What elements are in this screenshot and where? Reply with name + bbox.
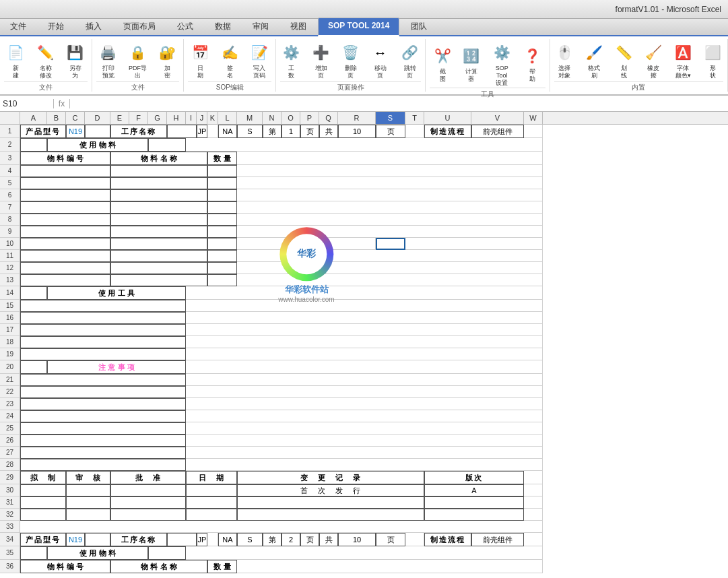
cell-r31-C-D[interactable] bbox=[66, 496, 110, 509]
cell-r9-K-L[interactable] bbox=[207, 226, 237, 238]
cell-r1-E-G[interactable]: 工序名称 bbox=[110, 125, 167, 138]
row-header-13[interactable]: 13 bbox=[0, 274, 20, 286]
ribbon-btn-跳转页[interactable]: 🔗跳转页 bbox=[397, 40, 424, 81]
cell-r10-M-R[interactable] bbox=[237, 238, 376, 250]
cell-r32-I-L[interactable] bbox=[186, 509, 237, 521]
col-header-N[interactable]: N bbox=[263, 112, 282, 124]
col-header-I[interactable]: I bbox=[186, 112, 197, 124]
row-header-2[interactable]: 2 bbox=[0, 138, 20, 152]
cell-r8-M-W[interactable] bbox=[237, 214, 543, 226]
cell-r22-A-H[interactable] bbox=[20, 386, 186, 398]
ribbon-btn-名称修改[interactable]: ✏️名称修改 bbox=[32, 40, 59, 81]
ribbon-btn-删除页[interactable]: 🗑️删除页 bbox=[337, 40, 364, 81]
cell-r3-E-J[interactable]: 物 料 名 称 bbox=[110, 152, 207, 165]
cell-r10-S[interactable] bbox=[376, 238, 405, 250]
cell-r1-H-I[interactable] bbox=[167, 125, 197, 138]
col-header-Q[interactable]: Q bbox=[319, 112, 338, 124]
cell-r34-O[interactable]: 2 bbox=[282, 533, 300, 546]
row-header-1[interactable]: 1 bbox=[0, 125, 20, 138]
cell-r34-A-B[interactable]: 产品型号 bbox=[20, 533, 66, 546]
row-header-4[interactable]: 4 bbox=[0, 165, 20, 177]
cell-r33-A-W[interactable] bbox=[20, 521, 543, 533]
cell-r9-A-D[interactable] bbox=[20, 226, 110, 238]
cell-r27-I-W[interactable] bbox=[186, 447, 543, 459]
ribbon-btn-另存为[interactable]: 💾另存为 bbox=[62, 40, 89, 81]
cell-r34-H-I[interactable] bbox=[167, 533, 197, 546]
cell-r34-S[interactable]: 页 bbox=[376, 533, 405, 546]
cell-r1-J[interactable]: JP bbox=[197, 125, 207, 138]
cell-r1-L[interactable]: NA bbox=[218, 125, 237, 138]
row-header-27[interactable]: 27 bbox=[0, 447, 20, 459]
ribbon-btn-打印预览[interactable]: 🖨️打印预览 bbox=[95, 40, 122, 81]
cell-r35-B-F[interactable]: 使 用 物 料 bbox=[47, 546, 148, 560]
cell-r29-M-T[interactable]: 变 更 记 录 bbox=[237, 471, 424, 484]
cell-r1-O[interactable]: 1 bbox=[282, 125, 300, 138]
cell-r34-R[interactable]: 10 bbox=[338, 533, 376, 546]
tab-审阅[interactable]: 审阅 bbox=[242, 18, 279, 35]
ribbon-btn-移动页[interactable]: ↔️移动页 bbox=[367, 40, 394, 81]
cell-r35-A[interactable] bbox=[20, 546, 47, 560]
row-header-6[interactable]: 6 bbox=[0, 189, 20, 201]
cell-r4-K-L[interactable] bbox=[207, 165, 237, 177]
tab-视图[interactable]: 视图 bbox=[280, 18, 317, 35]
tab-插入[interactable]: 插入 bbox=[75, 18, 112, 35]
cell-r24-A-H[interactable] bbox=[20, 410, 186, 422]
tab-文件[interactable]: 文件 bbox=[0, 18, 36, 35]
cell-r34-D[interactable] bbox=[85, 533, 110, 546]
cell-r29-A-B[interactable]: 拟 制 bbox=[20, 471, 66, 484]
cell-r34-M[interactable]: S bbox=[237, 533, 263, 546]
cell-r10-E-J[interactable] bbox=[110, 238, 207, 250]
cell-r31-A-B[interactable] bbox=[20, 496, 66, 509]
col-header-L[interactable]: L bbox=[218, 112, 237, 124]
cell-r11-K-L[interactable] bbox=[207, 250, 237, 262]
row-header-5[interactable]: 5 bbox=[0, 177, 20, 189]
row-header-16[interactable]: 16 bbox=[0, 312, 20, 324]
cell-r32-W[interactable] bbox=[524, 509, 543, 521]
cell-r21-A-H[interactable] bbox=[20, 374, 186, 386]
cell-reference[interactable]: S10 bbox=[0, 99, 54, 108]
cell-r1-U[interactable]: 制造流程 bbox=[424, 125, 471, 138]
cell-r1-R[interactable]: 10 bbox=[338, 125, 376, 138]
ribbon-btn-形状[interactable]: ⬜形状 bbox=[699, 40, 726, 81]
ribbon-btn-加密[interactable]: 🔐加密 bbox=[154, 40, 181, 81]
cell-r36-E-J[interactable]: 物 料 名 称 bbox=[110, 560, 207, 573]
tab-公式[interactable]: 公式 bbox=[167, 18, 203, 35]
col-header-U[interactable]: U bbox=[424, 112, 471, 124]
cell-r29-C-D[interactable]: 审 核 bbox=[66, 471, 110, 484]
col-header-M[interactable]: M bbox=[237, 112, 263, 124]
row-header-9[interactable]: 9 bbox=[0, 226, 20, 238]
cell-r34-L[interactable]: NA bbox=[218, 533, 237, 546]
cell-r20-B-H[interactable]: 注 意 事 项 bbox=[47, 360, 186, 374]
cell-r31-E-H[interactable] bbox=[110, 496, 186, 509]
col-header-O[interactable]: O bbox=[282, 112, 300, 124]
cell-r34-C[interactable]: N19 bbox=[66, 533, 85, 546]
tab-SOP TOOL 2014[interactable]: SOP TOOL 2014 bbox=[318, 18, 399, 36]
ribbon-btn-日期[interactable]: 📅日期 bbox=[187, 40, 213, 81]
cell-r21-I-W[interactable] bbox=[186, 374, 543, 386]
cell-r34-U[interactable]: 制造流程 bbox=[424, 533, 471, 546]
cell-r31-W[interactable] bbox=[524, 496, 543, 509]
cell-r28-I-W[interactable] bbox=[186, 459, 543, 471]
cell-r32-M-T[interactable] bbox=[237, 509, 424, 521]
cell-r30-E-H[interactable] bbox=[110, 484, 186, 496]
cell-r7-K-L[interactable] bbox=[207, 201, 237, 214]
cell-r8-A-D[interactable] bbox=[20, 214, 110, 226]
cell-r2-G-H[interactable] bbox=[148, 138, 186, 152]
cell-r6-M-W[interactable] bbox=[237, 189, 543, 201]
cell-r34-K[interactable] bbox=[207, 533, 218, 546]
cell-r9-M-W[interactable] bbox=[237, 226, 543, 238]
cell-r16-I-W[interactable] bbox=[186, 312, 543, 324]
row-header-10[interactable]: 10 bbox=[0, 238, 20, 250]
row-header-18[interactable]: 18 bbox=[0, 336, 20, 348]
cell-r30-A-B[interactable] bbox=[20, 484, 66, 496]
cell-r15-A-H[interactable] bbox=[20, 300, 186, 312]
cell-r8-K-L[interactable] bbox=[207, 214, 237, 226]
cell-r14-A[interactable] bbox=[20, 286, 47, 300]
col-header-F[interactable]: F bbox=[129, 112, 148, 124]
cell-r30-U-V[interactable]: A bbox=[424, 484, 524, 496]
cell-r31-U-V[interactable] bbox=[424, 496, 524, 509]
row-header-23[interactable]: 23 bbox=[0, 398, 20, 410]
cell-r22-I-W[interactable] bbox=[186, 386, 543, 398]
ribbon-btn-选择对象[interactable]: 🖱️选择对象 bbox=[551, 40, 578, 81]
cell-r29-I-L[interactable]: 日 期 bbox=[186, 471, 237, 484]
